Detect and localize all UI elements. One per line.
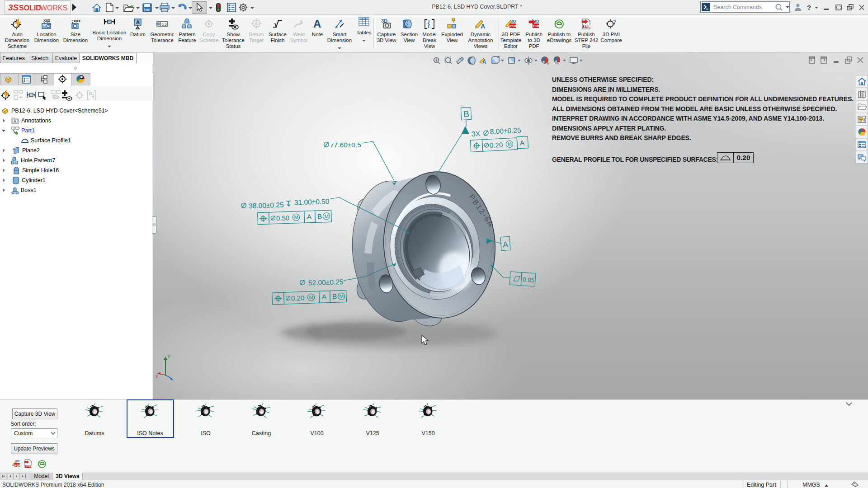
svg-text:?: ? <box>613 19 616 24</box>
svg-text:0.05: 0.05 <box>523 276 535 284</box>
svg-text:3D: 3D <box>15 460 19 463</box>
svg-text:B: B <box>463 109 470 119</box>
svg-text:31.00±0.50: 31.00±0.50 <box>294 197 330 206</box>
svg-text:M: M <box>324 213 329 219</box>
svg-text:M: M <box>309 295 313 300</box>
svg-text:3X: 3X <box>472 130 481 138</box>
svg-text:52.00±0.25: 52.00±0.25 <box>308 278 344 287</box>
svg-text:SOLID: SOLID <box>19 4 41 12</box>
svg-text:0.20: 0.20 <box>291 294 305 302</box>
svg-text:STEP: STEP <box>26 465 33 468</box>
svg-text:A: A <box>307 213 312 221</box>
svg-text:B: B <box>317 212 322 220</box>
svg-text:A: A <box>481 23 485 30</box>
svg-text:M: M <box>294 215 298 220</box>
svg-text:M: M <box>507 141 512 147</box>
svg-text:8.00±0.25: 8.00±0.25 <box>490 126 521 136</box>
svg-text:A: A <box>482 59 486 65</box>
svg-text:PDF: PDF <box>15 464 21 467</box>
svg-text:A: A <box>136 19 140 25</box>
svg-text:A: A <box>14 119 16 123</box>
svg-text:B: B <box>332 292 337 300</box>
svg-text:xxx: xxx <box>74 19 80 23</box>
svg-text:X: X <box>156 374 158 379</box>
svg-text:3S: 3S <box>8 3 19 12</box>
svg-text:A: A <box>519 139 524 147</box>
svg-text:A: A <box>322 293 327 300</box>
svg-text:M: M <box>339 294 344 299</box>
svg-text:xxx: xxx <box>43 18 50 23</box>
svg-text:WORKS: WORKS <box>40 4 67 12</box>
svg-text:0.50: 0.50 <box>276 214 290 222</box>
svg-text:38.00±0.25: 38.00±0.25 <box>249 201 284 210</box>
svg-text:A: A <box>502 240 508 249</box>
svg-text:?: ? <box>807 4 811 11</box>
svg-text:Y: Y <box>167 354 170 359</box>
svg-text:77.60±0.5: 77.60±0.5 <box>330 141 361 149</box>
svg-text:0.20: 0.20 <box>490 141 503 150</box>
